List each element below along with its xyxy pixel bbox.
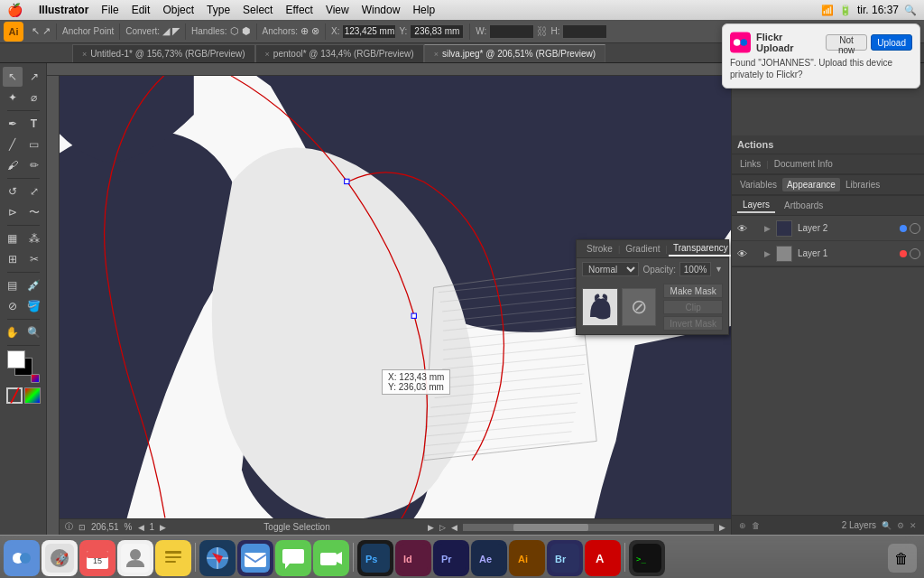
tab-pentool[interactable]: × pentool* @ 134,4% (RGB/Preview) bbox=[255, 44, 424, 62]
tab-close-2[interactable]: × bbox=[265, 50, 270, 59]
convert-icon-2[interactable]: ◤ bbox=[172, 25, 180, 37]
tab-close-3[interactable]: × bbox=[434, 50, 439, 59]
dock-terminal[interactable]: >_ bbox=[629, 540, 665, 576]
h-input[interactable] bbox=[562, 24, 607, 39]
artboards-tab[interactable]: Artboards bbox=[779, 199, 828, 212]
layer-target-1[interactable] bbox=[910, 248, 920, 259]
dock-trash[interactable]: 🗑 bbox=[884, 540, 920, 576]
none-fill[interactable]: ╱ bbox=[6, 387, 23, 404]
dock-bridge[interactable]: Br bbox=[547, 540, 583, 576]
zoom-icon[interactable]: 🔍 bbox=[882, 521, 892, 530]
links-tab[interactable]: Links bbox=[735, 157, 765, 171]
make-mask-button[interactable]: Make Mask bbox=[663, 284, 723, 298]
paintbrush-tool[interactable]: 🖌 bbox=[3, 155, 23, 175]
stroke-tab[interactable]: Stroke bbox=[582, 242, 617, 256]
handles-icon-1[interactable]: ⬡ bbox=[230, 25, 239, 37]
trash-icon[interactable]: ✕ bbox=[910, 521, 917, 530]
delete-layer-icon[interactable]: 🗑 bbox=[752, 521, 760, 530]
transparency-tab[interactable]: Transparency bbox=[669, 241, 731, 256]
dock-notes[interactable] bbox=[155, 540, 191, 576]
variables-tab[interactable]: Variables bbox=[735, 178, 781, 191]
handles-icon-2[interactable]: ⬢ bbox=[242, 25, 251, 37]
swap-colors-icon[interactable] bbox=[31, 374, 40, 383]
symbol-tool[interactable]: ⁂ bbox=[24, 228, 44, 248]
dock-calendar[interactable]: 15 bbox=[79, 540, 116, 576]
scrollbar-thumb[interactable] bbox=[513, 524, 588, 531]
info-icon[interactable]: ⓘ bbox=[65, 521, 73, 533]
nav-left-icon[interactable]: ◀ bbox=[138, 523, 144, 532]
type-tool[interactable]: T bbox=[24, 114, 44, 134]
play-icon[interactable]: ▶ bbox=[428, 523, 434, 532]
dock-indesign[interactable]: Id bbox=[395, 540, 431, 576]
blend-mode-select[interactable]: Normal Multiply Screen bbox=[582, 262, 639, 276]
new-layer-icon[interactable]: ⊕ bbox=[739, 521, 746, 530]
scroll-right-icon[interactable]: ▶ bbox=[719, 523, 725, 532]
warp-tool[interactable]: 〜 bbox=[24, 202, 44, 222]
appearance-tab[interactable]: Appearance bbox=[782, 178, 840, 191]
dock-acrobat[interactable]: A bbox=[585, 540, 621, 576]
document-info-tab[interactable]: Document Info bbox=[770, 157, 837, 171]
clip-button[interactable]: Clip bbox=[663, 300, 723, 314]
line-tool[interactable]: ╱ bbox=[3, 135, 23, 154]
dock-aftereffects[interactable]: Ae bbox=[471, 540, 507, 576]
chain-icon[interactable]: ⛓ bbox=[537, 25, 548, 38]
tab-close-1[interactable]: × bbox=[82, 50, 87, 59]
pen-tool[interactable]: ✒ bbox=[3, 114, 23, 134]
dock-finder[interactable]: F bbox=[4, 540, 40, 576]
rect-tool[interactable]: ▭ bbox=[24, 135, 44, 154]
layer-row-1[interactable]: 👁 ▶ Layer 1 bbox=[732, 241, 924, 266]
opacity-down-arrow[interactable]: ▼ bbox=[715, 265, 723, 274]
layer-expand-1[interactable]: ▶ bbox=[764, 249, 771, 258]
dock-photoshop[interactable]: Ps bbox=[357, 540, 393, 576]
width-tool[interactable]: ⊳ bbox=[3, 202, 23, 222]
spotlight-icon[interactable]: 🔍 bbox=[904, 5, 917, 16]
opacity-input[interactable] bbox=[679, 262, 711, 276]
live-paint-tool[interactable]: 🪣 bbox=[24, 296, 44, 316]
dock-launchpad[interactable]: 🚀 bbox=[42, 540, 78, 576]
direct-select-icon[interactable]: ↗ bbox=[42, 25, 51, 37]
layer-target-2[interactable] bbox=[910, 223, 920, 234]
scrollbar-track[interactable] bbox=[463, 524, 714, 531]
tab-silva[interactable]: × silva.jpeg* @ 206,51% (RGB/Preview) bbox=[424, 44, 606, 62]
anchors-icon[interactable]: ⊕ bbox=[300, 25, 309, 37]
apple-menu[interactable]: 🍎 bbox=[7, 3, 23, 17]
scroll-left-icon[interactable]: ◀ bbox=[451, 523, 457, 532]
dock-messages[interactable] bbox=[275, 540, 311, 576]
play-arrow-icon[interactable]: ▷ bbox=[439, 523, 446, 532]
menu-select[interactable]: Select bbox=[243, 4, 273, 16]
zoom-tool[interactable]: 🔍 bbox=[24, 322, 44, 342]
menu-type[interactable]: Type bbox=[207, 4, 230, 16]
artboard-tool[interactable]: ⊞ bbox=[3, 249, 23, 269]
mask-thumbnail[interactable]: ⊘ bbox=[622, 288, 656, 326]
canvas-size-icon[interactable]: ⊡ bbox=[79, 523, 86, 532]
layer-visibility-1[interactable]: 👁 bbox=[735, 247, 748, 260]
dock-premiere[interactable]: Pr bbox=[433, 540, 469, 576]
rotate-tool[interactable]: ↺ bbox=[3, 182, 23, 201]
menu-help[interactable]: Help bbox=[412, 4, 435, 16]
hand-tool[interactable]: ✋ bbox=[3, 322, 23, 342]
layer-row-2[interactable]: 👁 ▶ Layer 2 bbox=[732, 216, 924, 241]
column-graph-tool[interactable]: ▦ bbox=[3, 228, 23, 248]
nav-right-icon[interactable]: ▶ bbox=[160, 523, 166, 532]
magic-wand-tool[interactable]: ✦ bbox=[3, 88, 23, 107]
lasso-tool[interactable]: ⌀ bbox=[24, 88, 44, 107]
menu-view[interactable]: View bbox=[326, 4, 349, 16]
x-input[interactable] bbox=[342, 24, 396, 39]
foreground-color[interactable] bbox=[7, 350, 25, 368]
canvas-area[interactable]: X: 123,43 mm Y: 236,03 mm Stroke | Gradi… bbox=[47, 63, 731, 535]
eyedropper-tool[interactable]: 💉 bbox=[24, 275, 44, 295]
convert-icon-1[interactable]: ◢ bbox=[162, 25, 170, 37]
layer-expand-2[interactable]: ▶ bbox=[764, 224, 771, 233]
slice-tool[interactable]: ✂ bbox=[24, 249, 44, 269]
tab-untitled[interactable]: × Untitled-1* @ 156,73% (RGB/Preview) bbox=[72, 44, 255, 62]
dock-contacts[interactable] bbox=[117, 540, 153, 576]
gradient-fill[interactable] bbox=[24, 387, 41, 404]
dock-mail[interactable] bbox=[237, 540, 273, 576]
y-input[interactable] bbox=[410, 24, 464, 39]
layer-visibility-2[interactable]: 👁 bbox=[735, 222, 748, 235]
menu-window[interactable]: Window bbox=[362, 4, 401, 16]
direct-selection-tool[interactable]: ↗ bbox=[24, 67, 44, 87]
gradient-tool[interactable]: ▤ bbox=[3, 275, 23, 295]
scale-tool[interactable]: ⤢ bbox=[24, 182, 44, 201]
dock-illustrator[interactable]: Ai bbox=[509, 540, 545, 576]
